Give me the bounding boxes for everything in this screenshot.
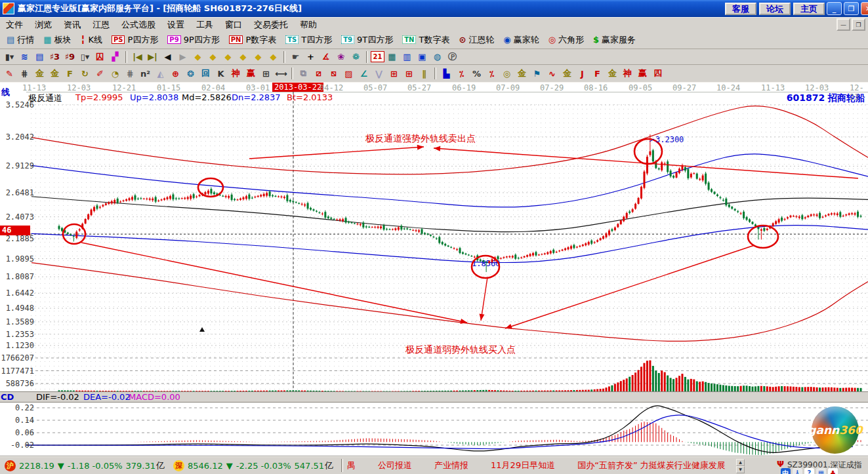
tool-last-bar[interactable]: ▶| <box>145 50 160 64</box>
tool-angle-lines[interactable]: ∠ <box>356 67 371 80</box>
menu-item-2[interactable]: 资讯 <box>58 18 87 31</box>
news-item-3[interactable]: 11月29日早知道 <box>491 460 555 470</box>
menu-item-8[interactable]: 交易委托 <box>248 18 294 31</box>
tool-gann-shell[interactable]: ❁ <box>348 50 363 64</box>
tool-shift-left[interactable]: ◆ <box>190 50 205 64</box>
tool-compress-all[interactable]: ◆ <box>266 50 281 64</box>
tool-draw-pen[interactable]: ✎ <box>2 67 17 80</box>
tool-gann-grid[interactable]: ▨ <box>341 67 356 80</box>
toolbar-gann-wheel[interactable]: ⊙江恩轮 <box>454 33 499 47</box>
tool-angle-measure[interactable]: ∡ <box>318 50 333 64</box>
corner-icon-1[interactable]: 人 <box>793 468 802 474</box>
tool-kline-combine-9[interactable]: ♯9 <box>62 50 77 64</box>
toolbar-t-square[interactable]: TST四方形 <box>281 33 337 47</box>
tool-box-select[interactable]: ⧉ <box>296 67 311 80</box>
tool-grid-ruler[interactable]: ⋕ <box>123 67 138 80</box>
tool-square-target[interactable]: 回 <box>198 67 213 80</box>
tool-pattern-match[interactable]: 囚 <box>93 50 108 64</box>
tool-histogram-blue[interactable]: ▙ <box>439 67 454 80</box>
tool-marker-pen[interactable]: ✐ <box>93 67 108 80</box>
toolbar-sectors[interactable]: ▦板块 <box>39 33 75 47</box>
minimize-button[interactable]: _ <box>827 2 842 15</box>
tool-gold-angle[interactable]: 金 <box>560 67 575 80</box>
menu-item-1[interactable]: 浏览 <box>29 18 58 31</box>
tool-win-tool[interactable]: 赢 <box>243 67 258 80</box>
tool-gann-fan[interactable]: ⧄ <box>311 67 326 80</box>
toolbar-winner-service[interactable]: $赢家服务 <box>589 33 640 47</box>
corner-icon-0[interactable]: 中 <box>781 468 791 474</box>
tool-calculator[interactable]: ▦ <box>384 50 400 64</box>
toolbar-t-number-table[interactable]: TNT数字表 <box>398 33 454 47</box>
title-bar[interactable]: 赢家江恩专业版[赢家内部服务平台] - [招商轮船 SH601872-276日K… <box>0 0 868 17</box>
toolbar-p-square[interactable]: PSP四方形 <box>107 33 163 47</box>
tool-triangle-tool[interactable]: ◭ <box>153 67 168 80</box>
tool-grid-123[interactable]: ⊞ <box>258 67 274 80</box>
child-minimize-button[interactable]: — <box>837 18 850 31</box>
tool-width-measure[interactable]: ⟷ <box>274 67 289 80</box>
tool-tick-ruler[interactable]: ⋕ <box>17 67 32 80</box>
tool-pan-hand[interactable]: ☛ <box>288 50 303 64</box>
titlebar-button-论坛[interactable]: 论坛 <box>759 3 791 15</box>
tool-time-cycle[interactable]: ◔ <box>108 67 123 80</box>
tool-k-quote[interactable]: K <box>213 67 228 80</box>
toolbar-hexagon[interactable]: ◎六角形 <box>544 33 589 47</box>
tool-flag-pen[interactable]: ⚑ <box>529 67 545 80</box>
tool-print[interactable]: Ⓟ <box>445 50 460 64</box>
toolbar-p-number-table[interactable]: PNP数字表 <box>224 33 281 47</box>
tool-shift-right[interactable]: ◆ <box>205 50 220 64</box>
tool-percent-strike[interactable]: ⁒ <box>454 67 469 80</box>
news-item-2[interactable]: 产业情报 <box>434 460 468 470</box>
menu-item-5[interactable]: 设置 <box>161 18 190 31</box>
tool-percent[interactable]: % <box>469 67 484 80</box>
toolbar-kline[interactable]: ╏K线 <box>76 33 107 47</box>
chart-area[interactable]: 线 极反通道 Tp=2.9995 Up=2.8038 Md=2.5826 Dn=… <box>0 83 868 456</box>
tool-gold-line[interactable]: 金 <box>514 67 529 80</box>
menu-item-9[interactable]: 帮助 <box>294 18 323 31</box>
tool-shen-tool[interactable]: 神 <box>228 67 243 80</box>
shanghai-index-icon[interactable]: 沪 <box>5 460 16 471</box>
news-item-0[interactable]: 禺 <box>347 460 356 470</box>
tool-red-grid-2[interactable]: ⊞ <box>402 67 417 80</box>
menu-item-4[interactable]: 公式选股 <box>115 18 161 31</box>
news-item-4[interactable]: 国办“五箭齐发” 力挺煤炭行业健康发展 <box>577 460 726 470</box>
tool-f-angle[interactable]: F <box>590 67 605 80</box>
tool-zoom-in-horizontal[interactable]: ◆ <box>220 50 236 64</box>
tool-gann-flower[interactable]: ❀ <box>333 50 348 64</box>
tool-crosshair[interactable]: + <box>303 50 318 64</box>
menu-item-3[interactable]: 江恩 <box>87 18 115 31</box>
toolbar-9t-square[interactable]: T99T四方形 <box>337 33 398 47</box>
tool-parallel-lines[interactable]: ∥ <box>417 67 432 80</box>
tool-prev-bar[interactable]: ◀ <box>160 50 175 64</box>
tool-chart-export[interactable]: ◍ <box>430 50 445 64</box>
toolbar-quote[interactable]: ▤行情 <box>2 33 39 47</box>
spinner-up-icon[interactable]: ▲ <box>736 459 745 466</box>
titlebar-button-客服[interactable]: 客服 <box>725 3 756 15</box>
tool-circle-cross[interactable]: ⊕ <box>168 67 183 80</box>
tool-gold-section-2[interactable]: 金 <box>47 67 62 80</box>
tool-shen-angle[interactable]: 神 <box>620 67 635 80</box>
tool-next-bar[interactable]: ▶ <box>175 50 190 64</box>
news-item-1[interactable]: 公司报道 <box>378 460 412 470</box>
tool-spiral[interactable]: ↻ <box>77 67 93 80</box>
corner-icon-3[interactable]: ▦ <box>816 468 826 474</box>
toolbar-winner-wheel[interactable]: ◉赢家轮 <box>499 33 543 47</box>
tool-volume-ladder[interactable]: ▞ <box>108 50 123 64</box>
restore-button[interactable]: ❐ <box>844 2 859 15</box>
tool-spider-web[interactable]: ❂ <box>183 67 198 80</box>
shenzhen-index-icon[interactable]: 深 <box>173 460 184 471</box>
tool-gann-fan-box[interactable]: ⧅ <box>326 67 341 80</box>
tool-candle-style[interactable]: ▮▾ <box>2 50 17 64</box>
tool-win-angle[interactable]: 赢 <box>635 67 650 80</box>
tool-a-wave[interactable]: ∿ <box>545 67 560 80</box>
tool-memo[interactable]: ▥ <box>400 50 415 64</box>
tool-n-square[interactable]: n² <box>138 67 153 80</box>
tool-gold-section-1[interactable]: 金 <box>32 67 47 80</box>
tool-red-grid-1[interactable]: ⊞ <box>386 67 402 80</box>
tool-indicator-wave[interactable]: ≋ <box>17 50 32 64</box>
tool-gold-angle-2[interactable]: 金 <box>605 67 620 80</box>
corner-icon-2[interactable]: ? <box>804 468 814 474</box>
tool-save[interactable]: ▣ <box>415 50 430 64</box>
child-restore-button[interactable]: ❐ <box>852 18 865 31</box>
tool-expand-all[interactable]: ◆ <box>251 50 266 64</box>
tool-zoom-out-horizontal[interactable]: ◆ <box>236 50 251 64</box>
